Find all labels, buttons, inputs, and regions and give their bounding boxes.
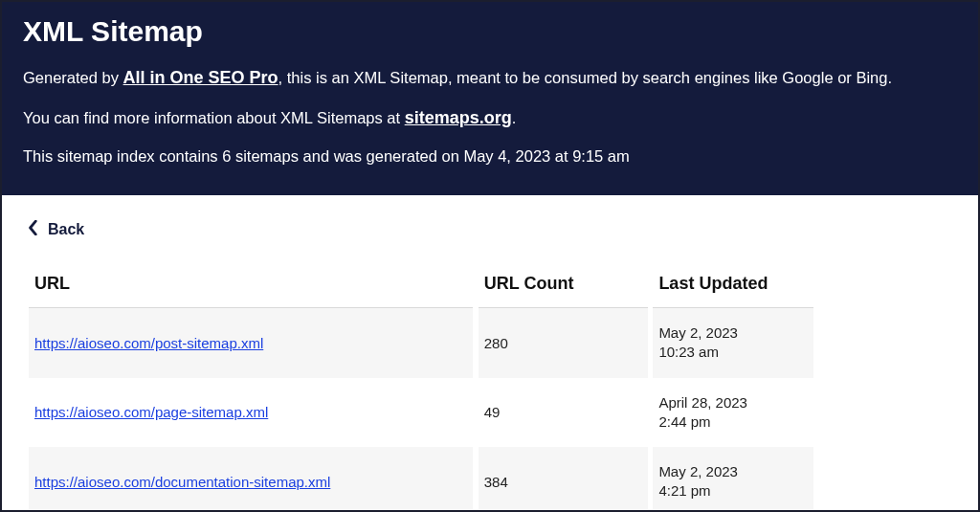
header-summary-line: This sitemap index contains 6 sitemaps a… [23, 145, 957, 168]
url-count: 280 [479, 308, 648, 378]
sitemap-body: Back URL URL Count Last Updated https://… [2, 195, 978, 512]
sitemap-link[interactable]: https://aioseo.com/page-sitemap.xml [34, 404, 268, 420]
sitemap-table: URL URL Count Last Updated https://aiose… [29, 274, 813, 512]
text: . [512, 109, 517, 126]
back-button[interactable]: Back [29, 220, 84, 239]
sitemap-header: XML Sitemap Generated by All in One SEO … [2, 2, 978, 195]
link-sitemaps-org[interactable]: sitemaps.org [405, 108, 512, 127]
back-label: Back [48, 221, 84, 238]
last-updated: May 2, 20234:21 pm [653, 447, 813, 512]
url-count: 49 [479, 378, 648, 448]
col-count: URL Count [479, 274, 648, 308]
last-updated: April 28, 20232:44 pm [653, 378, 813, 448]
text: You can find more information about XML … [23, 109, 405, 126]
page-title: XML Sitemap [23, 15, 957, 48]
sitemap-link[interactable]: https://aioseo.com/post-sitemap.xml [34, 335, 263, 351]
chevron-left-icon [29, 220, 38, 239]
header-moreinfo-line: You can find more information about XML … [23, 105, 957, 130]
table-row: https://aioseo.com/documentation-sitemap… [29, 447, 813, 512]
url-count: 384 [479, 447, 648, 512]
link-aioseo-pro[interactable]: All in One SEO Pro [123, 68, 278, 87]
table-row: https://aioseo.com/post-sitemap.xml 280 … [29, 308, 813, 378]
table-row: https://aioseo.com/page-sitemap.xml 49 A… [29, 378, 813, 448]
header-generated-line: Generated by All in One SEO Pro, this is… [23, 65, 957, 90]
sitemap-link[interactable]: https://aioseo.com/documentation-sitemap… [34, 474, 330, 490]
col-url: URL [29, 274, 473, 308]
col-updated: Last Updated [653, 274, 813, 308]
last-updated: May 2, 202310:23 am [653, 308, 813, 378]
text: , this is an XML Sitemap, meant to be co… [278, 69, 892, 86]
text: Generated by [23, 69, 123, 86]
